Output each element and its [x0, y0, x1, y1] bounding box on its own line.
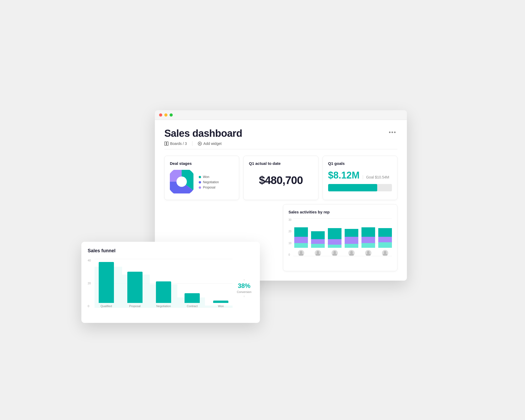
funnel-bars-container: Qualified Proposal Negotiation Contract	[94, 259, 233, 308]
add-icon	[198, 141, 202, 146]
avatar-4	[348, 250, 355, 256]
avatar-3	[332, 250, 338, 256]
conversion-value: 38%	[238, 282, 250, 290]
close-button[interactable]	[159, 113, 162, 117]
proposal-dot	[199, 186, 201, 189]
bar-top-4	[345, 229, 358, 237]
funnel-y-40: 40	[88, 259, 93, 262]
activities-bars	[288, 218, 392, 266]
activities-chart: 0 10 20 30	[288, 218, 392, 266]
bar-top-5	[361, 227, 375, 237]
q1-actual-value: $480,700	[259, 174, 303, 187]
pie-legend: Won Negotiation Proposal	[199, 175, 219, 189]
bar-proposal	[127, 272, 143, 303]
negotiation-dot	[199, 181, 201, 183]
won-label: Won	[203, 175, 209, 179]
bar-top-3	[328, 228, 342, 239]
conversion-arrow-down: ↓	[243, 294, 245, 297]
bar-qualified	[99, 262, 114, 303]
bar-top-1	[294, 227, 308, 237]
dashboard-header: Sales dashboard •••	[164, 128, 397, 139]
goals-target-value: Goal $10.54M	[363, 175, 389, 179]
funnel-y-20: 20	[88, 282, 93, 285]
bar-mid-4	[345, 237, 358, 244]
funnel-bar-negotiation: Negotiation	[152, 259, 175, 308]
funnel-bar-contract: Contract	[181, 259, 204, 308]
y-label-20: 20	[288, 230, 291, 233]
legend-proposal: Proposal	[199, 186, 219, 189]
label-negotiation: Negotiation	[156, 304, 171, 308]
q1-goals-title: Q1 goals	[328, 161, 392, 166]
deal-stages-widget: Deal stages	[164, 156, 239, 200]
rep-bar-5	[361, 227, 375, 256]
bar-mid-2	[311, 239, 325, 244]
rep-bar-1	[294, 227, 308, 256]
y-label-0: 0	[288, 253, 291, 256]
funnel-y-0: 0	[88, 304, 93, 308]
svg-point-13	[367, 251, 370, 254]
bar-negotiation	[156, 281, 171, 303]
bar-top-2	[311, 231, 325, 239]
outer-wrapper: Sales dashboard ••• Boards / 3	[118, 110, 407, 310]
bar-bot-4	[345, 244, 358, 248]
q1-goals-body: $8.12M Goal $10.54M	[328, 170, 392, 191]
boards-label: Boards / 3	[170, 141, 187, 146]
funnel-bar-qualified: Qualified	[94, 259, 118, 308]
bar-bot-6	[378, 242, 392, 248]
goals-numbers: $8.12M Goal $10.54M	[328, 170, 392, 181]
conversion-indicator: ↑ 38% Conversion ↓	[235, 278, 254, 297]
avatar-6	[382, 250, 388, 256]
svg-rect-1	[167, 142, 168, 145]
rep-bar-6	[378, 228, 392, 256]
q1-actual-title: Q1 actual to date	[249, 161, 313, 166]
more-options-button[interactable]: •••	[388, 128, 397, 137]
svg-point-8	[176, 176, 187, 187]
label-won: Won	[218, 304, 224, 308]
bar-top-6	[378, 228, 392, 237]
sales-activities-title: Sales activities by rep	[288, 210, 392, 214]
bar-won	[213, 301, 228, 303]
sales-funnel-widget: Sales funnel 0 20 40	[81, 242, 260, 323]
funnel-chart-area: 0 20 40 Qualified	[88, 259, 254, 317]
q1-goals-widget: Q1 goals $8.12M Goal $10.54M	[323, 156, 397, 200]
pie-chart-container	[170, 170, 193, 195]
goals-actual-value: $8.12M	[328, 170, 360, 181]
bar-bot-2	[311, 244, 325, 248]
bar-contract	[185, 293, 200, 303]
boards-button[interactable]: Boards / 3	[164, 141, 187, 146]
minimize-button[interactable]	[164, 113, 167, 117]
maximize-button[interactable]	[170, 113, 173, 117]
bar-bot-1	[294, 243, 308, 248]
rep-bar-4	[345, 229, 358, 256]
toolbar-divider	[192, 141, 192, 146]
funnel-y-axis: 0 20 40	[88, 259, 93, 308]
svg-point-14	[384, 251, 386, 254]
add-widget-button[interactable]: Add widget	[198, 141, 222, 146]
y-label-10: 10	[288, 242, 291, 245]
rep-bar-3	[328, 228, 342, 256]
svg-point-12	[350, 251, 353, 254]
won-dot	[199, 176, 201, 178]
bar-bot-5	[361, 243, 375, 248]
avatar-1	[298, 250, 304, 256]
titlebar	[155, 110, 407, 120]
deal-stages-title: Deal stages	[170, 161, 234, 166]
conversion-label: Conversion	[237, 290, 251, 293]
label-qualified: Qualified	[101, 304, 112, 308]
svg-point-11	[333, 251, 336, 254]
q1-actual-body: $480,700	[249, 170, 313, 191]
goals-progress-fill	[328, 184, 377, 191]
bar-mid-3	[328, 239, 342, 245]
negotiation-label: Negotiation	[203, 180, 219, 184]
avatar-5	[365, 250, 371, 256]
label-proposal: Proposal	[129, 304, 140, 308]
page-title: Sales dashboard	[164, 128, 242, 139]
pie-chart	[170, 170, 193, 193]
bar-mid-5	[361, 237, 375, 243]
svg-rect-0	[165, 142, 166, 145]
legend-negotiation: Negotiation	[199, 180, 219, 184]
boards-icon	[164, 141, 169, 146]
deal-stages-body: Won Negotiation Proposal	[170, 170, 234, 195]
label-contract: Contract	[187, 304, 198, 308]
y-label-30: 30	[288, 218, 291, 221]
